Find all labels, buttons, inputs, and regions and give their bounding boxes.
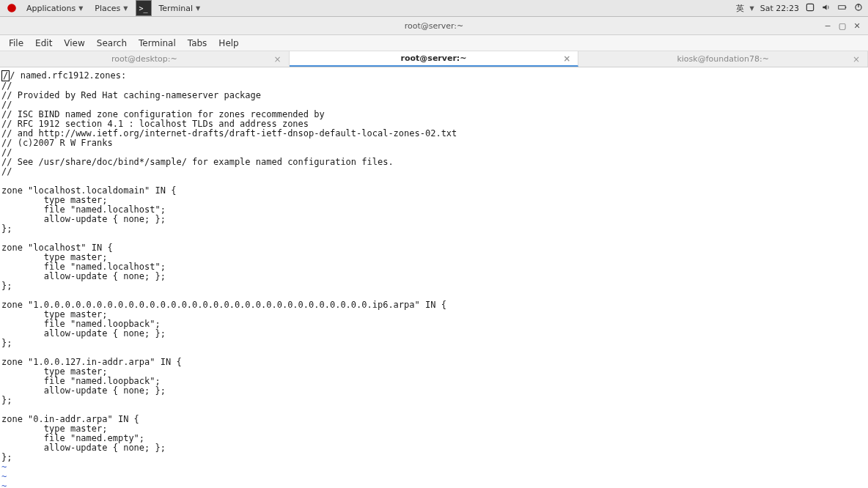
terminal-content[interactable]: // named.rfc1912.zones: // // Provided b…	[0, 67, 868, 488]
tab-label: root@server:~	[401, 53, 467, 63]
svg-point-0	[7, 4, 16, 12]
a11y-icon[interactable]	[805, 2, 815, 15]
menu-edit[interactable]: Edit	[29, 38, 58, 48]
power-icon[interactable]	[853, 2, 864, 15]
tab-label: root@desktop:~	[111, 54, 177, 64]
menu-terminal[interactable]: Terminal	[133, 38, 182, 48]
close-button[interactable]: ✕	[852, 21, 862, 31]
vim-tilde: ~	[1, 462, 7, 472]
cursor: /	[1, 70, 10, 81]
tab-2[interactable]: root@server:~ ×	[290, 51, 579, 67]
maximize-button[interactable]: ▢	[837, 21, 847, 31]
chevron-down-icon: ▼	[196, 5, 200, 12]
battery-icon[interactable]	[837, 2, 847, 15]
menubar: File Edit View Search Terminal Tabs Help	[0, 35, 868, 51]
menu-view[interactable]: View	[58, 38, 90, 48]
input-method-indicator[interactable]: 英	[736, 3, 744, 14]
applications-menu[interactable]: Applications ▼	[21, 4, 89, 13]
svg-rect-1	[806, 4, 813, 10]
terminal-tabs: root@desktop:~ × root@server:~ × kiosk@f…	[0, 51, 868, 67]
menu-tabs[interactable]: Tabs	[182, 38, 213, 48]
terminal-app-label: Terminal	[159, 4, 194, 13]
tab-close-icon[interactable]: ×	[853, 54, 860, 64]
distro-logo-icon	[4, 1, 19, 15]
window-title: root@server:~	[405, 21, 464, 31]
chevron-down-icon: ▼	[123, 5, 128, 12]
window-titlebar[interactable]: root@server:~ ─ ▢ ✕	[0, 17, 868, 35]
svg-rect-2	[839, 5, 845, 9]
tab-3[interactable]: kiosk@foundation78:~ ×	[578, 51, 868, 67]
terminal-window: root@server:~ ─ ▢ ✕ File Edit View Searc…	[0, 17, 868, 488]
terminal-app-icon[interactable]: >_	[136, 0, 152, 16]
terminal-body: / named.rfc1912.zones: // // Provided by…	[1, 70, 457, 462]
tab-label: kiosk@foundation78:~	[677, 54, 769, 64]
chevron-down-icon: ▼	[78, 5, 83, 12]
tab-1[interactable]: root@desktop:~ ×	[0, 51, 290, 67]
menu-help[interactable]: Help	[213, 38, 244, 48]
volume-icon[interactable]	[821, 2, 831, 15]
top-panel: Applications ▼ Places ▼ >_ Terminal ▼ 英 …	[0, 0, 868, 17]
tab-close-icon[interactable]: ×	[274, 54, 282, 64]
svg-rect-3	[845, 6, 846, 7]
minimize-button[interactable]: ─	[823, 21, 833, 31]
vim-tilde: ~	[1, 481, 7, 488]
vim-tilde: ~	[1, 471, 7, 481]
chevron-down-icon: ▼	[750, 5, 754, 12]
applications-label: Applications	[26, 4, 76, 13]
tab-close-icon[interactable]: ×	[563, 53, 570, 64]
menu-search[interactable]: Search	[91, 38, 133, 48]
clock[interactable]: Sat 22:23	[760, 4, 799, 13]
menu-file[interactable]: File	[3, 38, 29, 48]
terminal-app-menu[interactable]: Terminal ▼	[153, 4, 207, 13]
places-menu[interactable]: Places ▼	[89, 4, 133, 13]
places-label: Places	[95, 4, 120, 13]
